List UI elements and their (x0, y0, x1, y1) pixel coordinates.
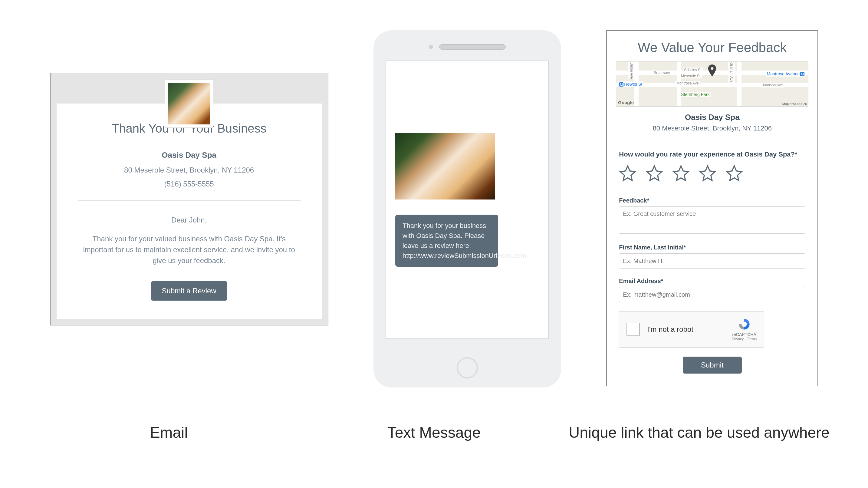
phone-speaker (385, 42, 549, 52)
map-label-montrose-avenue: Montrose AvenueM (766, 71, 807, 77)
email-panel: Thank You for Your Business Oasis Day Sp… (50, 30, 329, 326)
rating-question: How would you rate your experience at Oa… (619, 150, 805, 158)
recaptcha-logo: reCAPTCHA Privacy - Terms (732, 317, 756, 341)
caption-link: Unique link that can be used anywhere (568, 424, 830, 441)
star-2[interactable] (646, 164, 663, 182)
form-business-name: Oasis Day Spa (607, 113, 817, 122)
sms-image (395, 133, 495, 200)
home-button-icon (457, 357, 478, 378)
speaker-bar (439, 44, 506, 50)
star-rating (619, 164, 805, 182)
recaptcha-checkbox[interactable] (626, 323, 640, 336)
spa-image (168, 83, 210, 124)
map-label-graham: Graham Ave (728, 62, 735, 83)
map-label-montrose-ave: Montrose Ave (675, 81, 700, 86)
email-address: 80 Meserole Street, Brooklyn, NY 11206 (78, 166, 301, 174)
name-label: First Name, Last Initial* (619, 244, 805, 251)
email-business-name: Oasis Day Spa (78, 150, 301, 160)
phone-frame: Thank you for your business with Oasis D… (373, 30, 561, 388)
text-message-panel: Thank you for your business with Oasis D… (373, 30, 561, 388)
email-phone: (516) 555-5555 (78, 180, 301, 188)
name-input[interactable] (619, 253, 805, 269)
google-logo: Google (618, 100, 634, 105)
map-attribution: Map data ©2020 (782, 102, 807, 105)
recaptcha: I'm not a robot reCAPTCHA Privacy - Term… (619, 311, 764, 347)
email-greeting: Dear John, (78, 216, 301, 224)
map-label-scholes: Scholes St (683, 67, 703, 72)
email-body-card: Thank You for Your Business Oasis Day Sp… (57, 103, 322, 319)
email-input[interactable] (619, 287, 805, 302)
map-label-sternberg: Sternberg Park (680, 92, 711, 97)
phone-screen: Thank you for your business with Oasis D… (385, 61, 549, 339)
recaptcha-icon (738, 317, 751, 331)
email-label: Email Address* (619, 278, 805, 284)
submit-review-button[interactable]: Submit a Review (151, 281, 227, 301)
email-divider (78, 201, 301, 201)
map-label-meserole: Meserole St (680, 73, 702, 79)
sms-bubble: Thank you for your business with Oasis D… (395, 215, 498, 267)
form-title: We Value Your Feedback (607, 31, 817, 61)
star-3[interactable] (672, 164, 690, 182)
feedback-label: Feedback* (619, 197, 805, 204)
caption-email: Email (37, 424, 300, 441)
recaptcha-text: I'm not a robot (647, 325, 724, 334)
captions-row: Email Text Message Unique link that can … (0, 400, 868, 441)
star-5[interactable] (725, 164, 743, 182)
feedback-form: We Value Your Feedback Union Ave MHewes … (606, 30, 818, 386)
map-label-broadway: Broadway (652, 70, 671, 75)
form-address: 80 Meserole Street, Brooklyn, NY 11206 (607, 124, 817, 132)
feedback-form-panel: We Value Your Feedback Union Ave MHewes … (606, 30, 818, 386)
speaker-dot (429, 45, 433, 49)
email-frame: Thank You for Your Business Oasis Day Sp… (50, 73, 329, 326)
caption-text: Text Message (303, 424, 565, 441)
map-label-johnson: Johnson Ave (761, 83, 784, 88)
submit-button[interactable]: Submit (683, 357, 742, 373)
feedback-input[interactable] (619, 207, 805, 234)
map[interactable]: Union Ave MHewes St Broadway Scholes St … (616, 61, 808, 106)
map-pin-icon (707, 64, 718, 79)
star-4[interactable] (699, 164, 716, 182)
map-label-union: Union Ave (628, 62, 635, 79)
map-label-hewes: MHewes St (618, 82, 644, 87)
email-message: Thank you for your valued business with … (78, 234, 301, 266)
star-1[interactable] (619, 164, 637, 182)
email-header-image (165, 79, 213, 128)
